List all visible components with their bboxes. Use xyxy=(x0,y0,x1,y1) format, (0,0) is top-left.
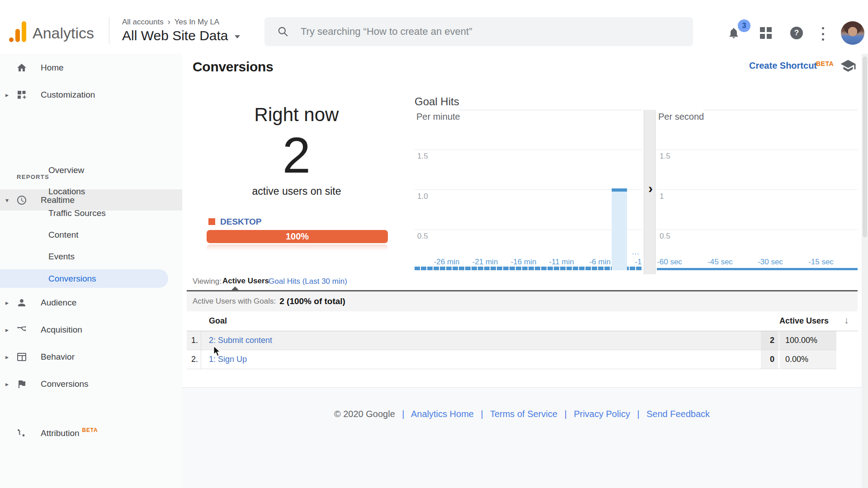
property-view-selector[interactable]: All Web Site Data xyxy=(122,28,240,43)
x-axis-tick: -45 sec xyxy=(702,258,738,267)
beta-badge: BETA xyxy=(82,427,98,433)
x-axis-tick: -60 sec xyxy=(651,258,688,267)
sidebar-item-behavior[interactable]: ▸ Behavior xyxy=(0,346,182,368)
scrollbar-thumb[interactable] xyxy=(863,56,867,237)
summary-panel: Active Users with Goals: 2 (100% of tota… xyxy=(187,291,858,311)
academy-cap-icon[interactable] xyxy=(840,58,856,74)
breadcrumb-all-accounts[interactable]: All accounts xyxy=(122,18,164,27)
gridline xyxy=(415,189,642,190)
sidebar-item-acquisition[interactable]: ▸ Acquisition xyxy=(0,319,182,341)
sidebar-item-customization[interactable]: ▸ Customization xyxy=(0,84,182,106)
search-icon xyxy=(277,26,289,38)
gridline xyxy=(657,230,858,230)
summary-label: Active Users with Goals: xyxy=(193,297,276,306)
attribution-label: Attribution xyxy=(41,428,80,438)
chevron-right-icon: › xyxy=(168,17,170,27)
goal-hit-bar xyxy=(612,188,627,192)
user-avatar[interactable] xyxy=(841,21,864,45)
create-shortcut-button[interactable]: Create Shortcut xyxy=(749,61,817,71)
footer-separator: | xyxy=(402,409,404,419)
grid-square xyxy=(767,27,772,32)
y-axis-tick: 1 xyxy=(660,192,664,201)
expand-arrow-icon[interactable]: ▸ xyxy=(5,353,9,361)
expand-arrow-icon[interactable]: ▸ xyxy=(5,326,9,333)
expand-arrow-icon[interactable]: ▸ xyxy=(5,299,9,306)
y-axis-tick: 0.5 xyxy=(417,232,428,241)
table-row[interactable]: 2. 1: Sign Up 0 0.00% xyxy=(187,350,836,369)
sidebar-subitem-traffic-sources[interactable]: Traffic Sources xyxy=(48,208,106,219)
y-axis-tick: 1.5 xyxy=(660,152,670,161)
gridline xyxy=(657,150,858,150)
sidebar-item-label: Home xyxy=(41,63,64,73)
notification-count-badge[interactable]: 3 xyxy=(738,19,750,32)
sidebar-item-conversions[interactable]: ▸ Conversions xyxy=(0,373,182,395)
product-name[interactable]: Analytics xyxy=(33,24,94,42)
gridline xyxy=(415,150,642,150)
per-second-baseline xyxy=(657,268,858,270)
sidebar-subitem-label: Conversions xyxy=(48,274,96,284)
dot xyxy=(822,38,824,41)
sidebar-subitem-locations[interactable]: Locations xyxy=(48,186,85,197)
desktop-legend-label: DESKTOP xyxy=(220,217,262,227)
active-users-count: 2 xyxy=(206,130,387,181)
person-icon xyxy=(16,297,27,308)
sidebar-item-label: Acquisition xyxy=(41,325,82,335)
x-axis-tick: -21 min xyxy=(467,258,503,267)
footer-link-privacy[interactable]: Privacy Policy xyxy=(574,409,630,419)
column-header-goal[interactable]: Goal xyxy=(209,316,227,326)
apps-grid-icon[interactable] xyxy=(760,27,772,39)
ga-realtime-conversions-page: Analytics All accounts › Yes In My LA Al… xyxy=(0,0,868,488)
rank-column-divider xyxy=(201,331,201,369)
footer-link-analytics-home[interactable]: Analytics Home xyxy=(411,409,474,419)
expand-arrow-icon[interactable]: ▸ xyxy=(5,380,9,388)
sort-desc-icon[interactable]: ↓ xyxy=(844,315,849,326)
active-users-value: 0 xyxy=(761,350,778,369)
active-users-subtitle: active users on site xyxy=(206,185,387,197)
desktop-share-bar[interactable]: 100% xyxy=(207,230,388,243)
sidebar-item-label: Behavior xyxy=(41,352,75,362)
collapse-arrow-icon[interactable]: ▾ xyxy=(5,197,9,204)
chevron-right-icon[interactable]: › xyxy=(645,181,656,196)
kebab-menu-icon[interactable] xyxy=(819,26,826,42)
column-header-active-users[interactable]: Active Users xyxy=(746,316,829,326)
footer-link-terms[interactable]: Terms of Service xyxy=(490,409,557,419)
sidebar-subitem-content[interactable]: Content xyxy=(48,230,79,240)
x-axis-tick: -15 sec xyxy=(803,258,839,267)
sidebar-item-realtime[interactable]: ▾ Realtime xyxy=(0,189,182,211)
per-minute-chart-top-border xyxy=(459,110,642,110)
expand-arrow-icon[interactable]: ▸ xyxy=(5,91,9,99)
grid-square xyxy=(760,27,765,32)
reports-section-label: REPORTS xyxy=(17,174,49,180)
page-title: Conversions xyxy=(193,59,273,75)
sidebar-nav: Home ▸ Customization REPORTS ▾ Realtime … xyxy=(0,54,182,488)
active-users-percent: 100.00% xyxy=(780,331,836,350)
footer-link-feedback[interactable]: Send Feedback xyxy=(646,409,710,419)
analytics-logo-icon xyxy=(9,38,14,42)
table-row[interactable]: 1. 2: Submit content 2 100.00% xyxy=(187,331,836,350)
footer-separator: | xyxy=(564,409,566,419)
sidebar-item-label: Conversions xyxy=(41,379,89,389)
sidebar-item-audience[interactable]: ▸ Audience xyxy=(0,292,182,314)
sidebar-subitem-overview[interactable]: Overview xyxy=(48,165,84,176)
sidebar-item-label: Audience xyxy=(41,298,76,308)
per-second-label: Per second xyxy=(658,112,704,122)
search-input[interactable] xyxy=(300,25,663,38)
mouse-cursor xyxy=(213,346,222,357)
tab-active-users[interactable]: Active Users xyxy=(222,277,269,286)
sidebar-item-home[interactable]: Home xyxy=(0,57,182,79)
desktop-share-bar-reflection xyxy=(207,244,388,252)
search-bar[interactable] xyxy=(264,17,693,46)
sidebar-subitem-events[interactable]: Events xyxy=(48,251,75,262)
clock-icon xyxy=(16,195,27,206)
caret-down-icon xyxy=(235,35,240,38)
help-icon[interactable]: ? xyxy=(790,27,803,39)
breadcrumb-account[interactable]: Yes In My LA xyxy=(175,18,220,27)
copyright-text: © 2020 Google xyxy=(334,409,395,419)
grid-square xyxy=(760,34,765,39)
active-users-percent: 0.00% xyxy=(780,350,836,369)
sidebar-subitem-conversions-selected[interactable]: Conversions xyxy=(0,269,168,288)
tab-goal-hits[interactable]: Goal Hits (Last 30 min) xyxy=(269,277,347,286)
table-bottom-border xyxy=(187,369,836,369)
sidebar-item-attribution[interactable]: AttributionBETA xyxy=(0,422,182,444)
viewing-label: Viewing: xyxy=(193,277,222,286)
